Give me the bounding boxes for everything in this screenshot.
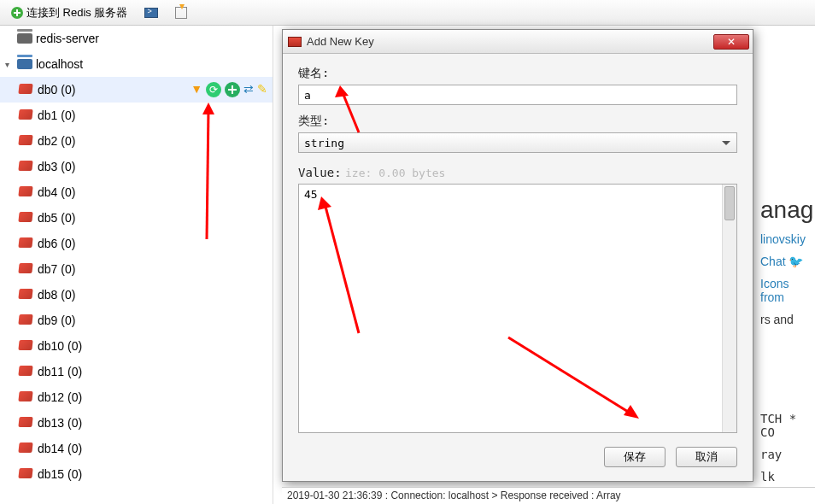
bg-text: lk: [760, 470, 815, 483]
db-row[interactable]: db13 (0): [0, 410, 273, 436]
db-row[interactable]: db1 (0): [0, 103, 273, 128]
cancel-button[interactable]: 取消: [676, 447, 737, 467]
db-row[interactable]: db2 (0): [0, 128, 273, 154]
bg-text: TCH * CO: [760, 412, 815, 439]
main-toolbar: 连接到 Redis 服务器: [0, 0, 815, 26]
db-label: db11 (0): [38, 365, 82, 378]
db-label: db0 (0): [38, 83, 75, 97]
server-label: redis-server: [36, 32, 99, 45]
scrollbar[interactable]: [722, 185, 736, 432]
console-button[interactable]: [138, 3, 164, 22]
key-name-input[interactable]: [298, 85, 737, 105]
db-row[interactable]: db9 (0): [0, 308, 273, 333]
database-icon: [19, 135, 34, 147]
bg-text: anag: [760, 196, 815, 224]
database-icon: [19, 186, 34, 198]
database-icon: [19, 161, 34, 173]
db-label: db1 (0): [38, 108, 75, 122]
collapse-icon[interactable]: ▾: [5, 60, 17, 69]
reload-icon[interactable]: ⟳: [206, 82, 221, 97]
import-icon: [175, 7, 187, 19]
db-row[interactable]: db3 (0): [0, 154, 273, 179]
bg-text: Chat 🐦: [760, 255, 815, 268]
db-row[interactable]: db7 (0): [0, 256, 273, 282]
value-size-hint: ize: 0.00 bytes: [345, 167, 445, 179]
brush-icon[interactable]: ✎: [257, 82, 267, 97]
server-icon: [17, 59, 32, 69]
database-icon: [19, 314, 34, 326]
db-label: db15 (0): [38, 467, 82, 481]
type-label: 类型:: [298, 114, 737, 129]
sync-icon[interactable]: ⇄: [243, 82, 254, 97]
database-icon: [19, 340, 34, 352]
connect-server-button[interactable]: 连接到 Redis 服务器: [5, 3, 133, 22]
db-label: db7 (0): [38, 262, 75, 276]
server-tree[interactable]: redis-server ▾ localhost db0 (0) ▼ ⟳ ⇄ ✎…: [0, 26, 273, 504]
db-row[interactable]: db12 (0): [0, 384, 273, 410]
database-icon: [19, 468, 34, 480]
key-name-label: 键名:: [298, 66, 737, 81]
database-icon: [19, 442, 34, 454]
db-label: db2 (0): [38, 134, 75, 148]
bg-text: linovskiy: [760, 232, 815, 246]
app-icon: [288, 37, 302, 47]
db-label: db12 (0): [38, 390, 82, 404]
import-button[interactable]: [169, 3, 193, 22]
db-row[interactable]: db15 (0): [0, 461, 273, 487]
server-label: localhost: [36, 57, 83, 71]
database-icon: [19, 417, 34, 429]
tree-server-redis[interactable]: redis-server: [0, 26, 273, 51]
type-select[interactable]: [298, 132, 737, 153]
add-key-dialog: Add New Key ✕ 键名: 类型: Value: ize: 0.00 b…: [282, 29, 753, 482]
bg-text: Icons from: [760, 277, 815, 304]
db-row-0[interactable]: db0 (0) ▼ ⟳ ⇄ ✎: [0, 77, 273, 103]
database-icon: [19, 212, 34, 224]
db-label: db6 (0): [38, 237, 75, 250]
db-label: db8 (0): [38, 288, 75, 302]
db-label: db4 (0): [38, 185, 75, 199]
database-icon: [19, 366, 34, 378]
dialog-title: Add New Key: [307, 35, 713, 48]
db-label: db13 (0): [38, 416, 82, 430]
value-label: Value:: [298, 166, 342, 179]
twitter-icon: 🐦: [789, 255, 803, 268]
status-bar: 2019-01-30 21:36:39 : Connection: localh…: [282, 487, 815, 504]
server-icon: [17, 33, 32, 44]
database-icon: [19, 391, 34, 403]
db-row[interactable]: db11 (0): [0, 359, 273, 384]
db-row[interactable]: db6 (0): [0, 231, 273, 256]
connect-label: 连接到 Redis 服务器: [26, 5, 127, 21]
db-label: db5 (0): [38, 211, 75, 225]
add-key-icon[interactable]: [225, 82, 240, 97]
db-row-actions: ▼ ⟳ ⇄ ✎: [191, 82, 267, 97]
console-icon: [144, 8, 158, 18]
plus-icon: [11, 7, 23, 19]
db-label: db9 (0): [38, 314, 75, 327]
bg-text: rs and: [760, 313, 815, 326]
db-row[interactable]: db8 (0): [0, 282, 273, 308]
value-textarea[interactable]: [298, 184, 737, 433]
database-icon: [19, 237, 34, 249]
database-icon: [19, 84, 34, 96]
db-row[interactable]: db4 (0): [0, 179, 273, 205]
save-button[interactable]: 保存: [604, 447, 665, 467]
db-row[interactable]: db5 (0): [0, 205, 273, 231]
dialog-titlebar[interactable]: Add New Key ✕: [283, 30, 753, 54]
filter-icon[interactable]: ▼: [191, 82, 202, 97]
db-label: db10 (0): [38, 339, 82, 353]
db-label: db3 (0): [38, 160, 75, 173]
database-icon: [19, 109, 34, 121]
database-icon: [19, 263, 34, 275]
tree-server-localhost[interactable]: ▾ localhost: [0, 51, 273, 77]
bg-text: ray: [760, 448, 815, 461]
db-label: db14 (0): [38, 442, 82, 455]
close-button[interactable]: ✕: [713, 34, 749, 50]
db-row[interactable]: db14 (0): [0, 436, 273, 461]
status-text: 2019-01-30 21:36:39 : Connection: localh…: [287, 489, 621, 501]
scrollbar-thumb[interactable]: [724, 186, 735, 220]
database-icon: [19, 289, 34, 301]
db-row[interactable]: db10 (0): [0, 333, 273, 359]
